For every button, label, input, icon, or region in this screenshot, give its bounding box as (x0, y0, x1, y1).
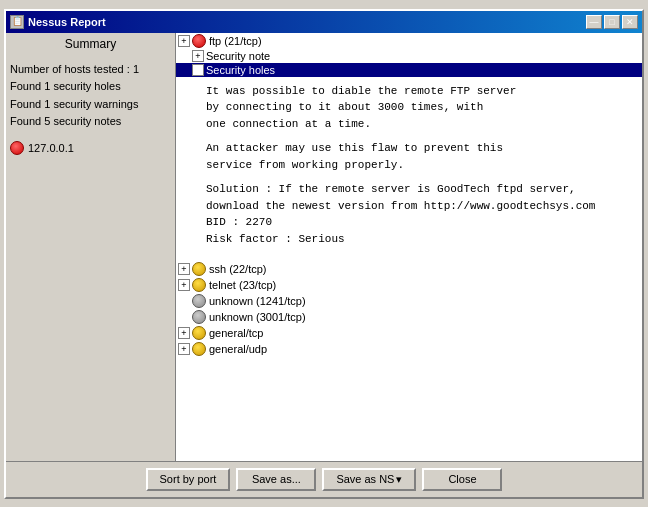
host-item[interactable]: 127.0.0.1 (10, 141, 171, 155)
expand-icon-general-tcp[interactable]: + (178, 327, 190, 339)
tree-item-unknown2[interactable]: unknown (3001/tcp) (176, 309, 642, 325)
host-list: 127.0.0.1 (10, 141, 171, 155)
titlebar-buttons: — □ ✕ (586, 15, 638, 29)
stat-warnings: Found 1 security warnings (10, 96, 171, 114)
host-status-icon (10, 141, 24, 155)
main-content: Summary Number of hosts tested : 1 Found… (6, 33, 642, 461)
unknown2-status-icon (192, 310, 206, 324)
general-udp-label: general/udp (209, 343, 267, 355)
general-tcp-label: general/tcp (209, 327, 263, 339)
ftp-label: ftp (21/tcp) (209, 35, 262, 47)
save-ns-arrow-icon: ▾ (396, 473, 402, 486)
tree-item-ftp[interactable]: + ftp (21/tcp) (176, 33, 642, 49)
desc-para-2: An attacker may use this flaw to prevent… (206, 140, 632, 173)
host-ip: 127.0.0.1 (28, 142, 74, 154)
save-ns-label: Save as NS (336, 473, 394, 485)
tree-item-ssh[interactable]: + ssh (22/tcp) (176, 261, 642, 277)
minimize-button[interactable]: — (586, 15, 602, 29)
titlebar: 📋 Nessus Report — □ ✕ (6, 11, 642, 33)
save-as-ns-button[interactable]: Save as NS ▾ (322, 468, 416, 491)
general-udp-status-icon (192, 342, 206, 356)
tree-item-security-holes[interactable]: — Security holes (176, 63, 642, 77)
ssh-status-icon (192, 262, 206, 276)
desc-para-1: It was possible to diable the remote FTP… (206, 83, 632, 133)
footer: Sort by port Save as... Save as NS ▾ Clo… (6, 461, 642, 497)
stat-notes: Found 5 security notes (10, 113, 171, 131)
tree-item-general-udp[interactable]: + general/udp (176, 341, 642, 357)
stat-hosts: Number of hosts tested : 1 (10, 61, 171, 79)
telnet-label: telnet (23/tcp) (209, 279, 276, 291)
unknown2-label: unknown (3001/tcp) (209, 311, 306, 323)
sort-by-port-button[interactable]: Sort by port (146, 468, 231, 491)
expand-icon-ftp[interactable]: + (178, 35, 190, 47)
main-window: 📋 Nessus Report — □ ✕ Summary Number of … (4, 9, 644, 499)
general-tcp-status-icon (192, 326, 206, 340)
tree-item-telnet[interactable]: + telnet (23/tcp) (176, 277, 642, 293)
right-panel: + ftp (21/tcp) + Security note — Securit… (176, 33, 642, 461)
ssh-label: ssh (22/tcp) (209, 263, 266, 275)
titlebar-left: 📋 Nessus Report (10, 15, 106, 29)
window-title: Nessus Report (28, 16, 106, 28)
description-block: It was possible to diable the remote FTP… (176, 77, 642, 262)
app-icon: 📋 (10, 15, 24, 29)
sidebar-title: Summary (10, 37, 171, 53)
tree-item-unknown1[interactable]: unknown (1241/tcp) (176, 293, 642, 309)
expand-icon-security-holes[interactable]: — (192, 64, 204, 76)
tree-container: + ftp (21/tcp) + Security note — Securit… (176, 33, 642, 461)
expand-icon-telnet[interactable]: + (178, 279, 190, 291)
security-note-label: Security note (206, 50, 270, 62)
security-holes-label: Security holes (206, 64, 275, 76)
save-as-button[interactable]: Save as... (236, 468, 316, 491)
telnet-status-icon (192, 278, 206, 292)
maximize-button[interactable]: □ (604, 15, 620, 29)
expand-icon-security-note[interactable]: + (192, 50, 204, 62)
sidebar: Summary Number of hosts tested : 1 Found… (6, 33, 176, 461)
expand-icon-ssh[interactable]: + (178, 263, 190, 275)
unknown1-status-icon (192, 294, 206, 308)
desc-para-3: Solution : If the remote server is GoodT… (206, 181, 632, 247)
expand-icon-general-udp[interactable]: + (178, 343, 190, 355)
close-window-button[interactable]: ✕ (622, 15, 638, 29)
unknown1-label: unknown (1241/tcp) (209, 295, 306, 307)
tree-item-security-note[interactable]: + Security note (176, 49, 642, 63)
close-button[interactable]: Close (422, 468, 502, 491)
ftp-status-icon (192, 34, 206, 48)
tree-item-general-tcp[interactable]: + general/tcp (176, 325, 642, 341)
stat-holes: Found 1 security holes (10, 78, 171, 96)
sidebar-stats: Number of hosts tested : 1 Found 1 secur… (10, 61, 171, 131)
